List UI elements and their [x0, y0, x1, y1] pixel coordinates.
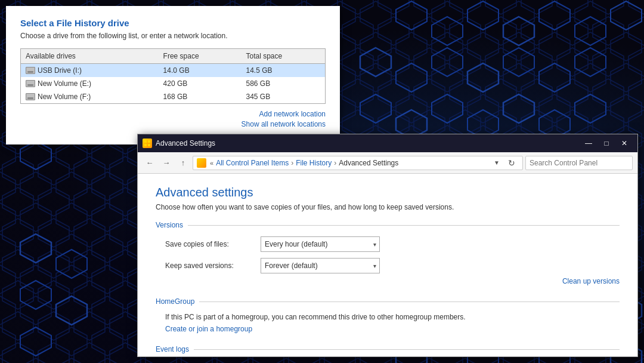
homegroup-label: HomeGroup — [156, 297, 199, 306]
homegroup-link[interactable]: Create or join a homegroup — [156, 325, 620, 333]
breadcrumb: « All Control Panel Items › File History… — [193, 156, 523, 170]
table-row[interactable]: New Volume (E:) 420 GB 586 GB — [21, 77, 326, 90]
breadcrumb-dropdown-button[interactable]: ▼ — [491, 157, 502, 169]
up-button[interactable]: ↑ — [176, 156, 190, 170]
drive-name: New Volume (E:) — [38, 79, 91, 88]
keep-versions-label: Keep saved versions: — [165, 262, 261, 270]
drive-name: New Volume (F:) — [38, 93, 91, 101]
keep-versions-select[interactable]: 1 month 3 months 6 months 9 months 1 yea… — [261, 258, 380, 273]
drive-free: 420 GB — [159, 77, 242, 90]
breadcrumb-sep-2: › — [334, 159, 336, 167]
add-network-link[interactable]: Add network location — [20, 110, 326, 118]
drive-total: 14.5 GB — [241, 64, 325, 78]
drive-dialog: Select a File History drive Choose a dri… — [6, 6, 340, 144]
minimize-button[interactable]: — — [580, 137, 597, 149]
title-bar: Advanced Settings — □ ✕ — [138, 134, 637, 152]
svg-rect-59 — [144, 144, 147, 146]
save-copies-label: Save copies of files: — [165, 240, 261, 248]
col-free: Free space — [159, 49, 242, 64]
col-drives: Available drives — [21, 49, 159, 64]
window-title: Advanced Settings — [156, 139, 215, 147]
close-button[interactable]: ✕ — [616, 137, 633, 149]
versions-line — [188, 225, 620, 226]
drive-free: 168 GB — [159, 90, 242, 104]
dialog-links: Add network location Show all network lo… — [20, 110, 326, 128]
drive-icon — [26, 93, 35, 100]
table-row[interactable]: New Volume (F:) 168 GB 345 GB — [21, 90, 326, 104]
clean-up-link[interactable]: Clean up versions — [156, 277, 620, 285]
breadcrumb-item-file-history[interactable]: File History — [296, 159, 332, 167]
save-copies-row: Save copies of files: Every 10 minutes E… — [156, 236, 620, 252]
drive-free: 14.0 GB — [159, 64, 242, 78]
event-logs-label: Event logs — [156, 345, 194, 353]
homegroup-text: If this PC is part of a homegroup, you c… — [156, 313, 620, 321]
save-copies-select-wrapper: Every 10 minutes Every 15 minutes Every … — [261, 236, 380, 252]
advanced-settings-window: Advanced Settings — □ ✕ ← → ↑ « All Cont… — [137, 134, 638, 357]
drive-icon — [26, 67, 35, 74]
drive-total: 345 GB — [241, 90, 325, 104]
page-title: Advanced settings — [156, 186, 620, 199]
homegroup-section: HomeGroup If this PC is part of a homegr… — [156, 297, 620, 333]
refresh-button[interactable]: ↻ — [504, 156, 519, 170]
svg-rect-57 — [144, 140, 147, 143]
keep-versions-select-wrapper: 1 month 3 months 6 months 9 months 1 yea… — [261, 258, 380, 273]
drive-name-cell: USB Drive (I:) — [21, 64, 159, 78]
versions-label: Versions — [156, 221, 188, 229]
breadcrumb-icon — [197, 158, 206, 168]
svg-rect-60 — [148, 144, 150, 146]
homegroup-link-text: Create or join a homegroup — [165, 325, 252, 333]
homegroup-line — [199, 302, 620, 302]
back-button[interactable]: ← — [143, 156, 157, 170]
save-copies-select[interactable]: Every 10 minutes Every 15 minutes Every … — [261, 236, 380, 252]
event-logs-header: Event logs — [156, 345, 620, 353]
drive-name-cell: New Volume (F:) — [21, 90, 159, 104]
keep-versions-row: Keep saved versions: 1 month 3 months 6 … — [156, 258, 620, 273]
breadcrumb-double-arrow: « — [210, 159, 213, 167]
event-logs-section: Event logs i Open File History event log… — [156, 345, 620, 356]
drive-name-cell: New Volume (E:) — [21, 77, 159, 90]
drive-dialog-subtitle: Choose a drive from the following list, … — [20, 32, 326, 40]
drive-icon — [26, 80, 35, 87]
breadcrumb-item-control-panel[interactable]: All Control Panel Items — [216, 159, 289, 167]
drive-dialog-title: Select a File History drive — [20, 18, 326, 28]
drives-table: Available drives Free space Total space … — [20, 48, 326, 104]
breadcrumb-item-advanced: Advanced Settings — [339, 159, 398, 167]
svg-rect-58 — [148, 140, 150, 143]
event-logs-line — [194, 349, 620, 350]
homegroup-header: HomeGroup — [156, 297, 620, 306]
search-input[interactable] — [525, 156, 633, 170]
adv-content: Advanced settings Choose how often you w… — [138, 174, 637, 356]
forward-button[interactable]: → — [159, 156, 174, 170]
col-total: Total space — [241, 49, 325, 64]
drive-total: 586 GB — [241, 77, 325, 90]
versions-header: Versions — [156, 221, 620, 229]
table-row[interactable]: USB Drive (I:) 14.0 GB 14.5 GB — [21, 64, 326, 78]
show-all-link[interactable]: Show all network locations — [20, 120, 326, 128]
breadcrumb-sep-1: › — [291, 159, 293, 167]
window-icon — [143, 139, 152, 148]
window-controls: — □ ✕ — [580, 137, 633, 149]
versions-section: Versions Save copies of files: Every 10 … — [156, 221, 620, 285]
title-bar-left: Advanced Settings — [143, 139, 215, 148]
address-bar: ← → ↑ « All Control Panel Items › File H… — [138, 152, 637, 174]
maximize-button[interactable]: □ — [598, 137, 615, 149]
page-description: Choose how often you want to save copies… — [156, 203, 620, 211]
drive-name: USB Drive (I:) — [38, 66, 82, 75]
